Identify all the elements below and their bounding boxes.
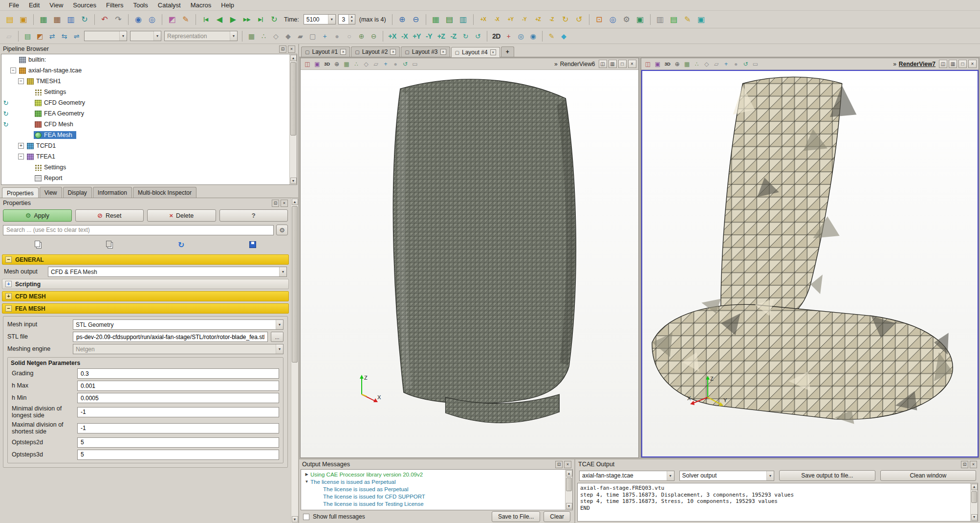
- select-points-frustum-icon[interactable]: ◆: [283, 30, 294, 42]
- select-frustum-icon[interactable]: ◇: [361, 59, 371, 69]
- rescale-to-data-range-icon[interactable]: ⇄: [46, 30, 58, 42]
- layout-tab-layout-2[interactable]: ▢Layout #2×: [351, 46, 400, 57]
- h-max-input[interactable]: [77, 381, 279, 391]
- paste-properties-button[interactable]: [101, 239, 118, 250]
- tab-display[interactable]: Display: [63, 187, 92, 198]
- set-view-plus-x-icon[interactable]: +X: [477, 13, 490, 26]
- spin-buttons[interactable]: ▲▼: [348, 15, 355, 24]
- output-message-row[interactable]: The license is issued for Testing Licens…: [302, 500, 565, 507]
- optsteps3d-input[interactable]: [77, 450, 279, 460]
- menu-tools[interactable]: Tools: [128, 0, 152, 10]
- select-block-icon[interactable]: ▱: [371, 59, 381, 69]
- scroll-up-icon[interactable]: ▲: [292, 199, 298, 205]
- link-camera-icon[interactable]: ◎: [607, 13, 619, 26]
- search-options-gear-icon[interactable]: ⚙: [276, 225, 288, 235]
- select-surface-cells-icon[interactable]: ▦: [342, 59, 351, 69]
- restore-defaults-button[interactable]: ↻: [173, 239, 190, 250]
- render-view-7-label[interactable]: RenderView7: [899, 61, 936, 68]
- pipeline-item[interactable]: Settings: [1, 162, 297, 173]
- edit-color-map-icon[interactable]: ✎: [179, 13, 192, 26]
- export-scene-icon[interactable]: ◫: [303, 59, 312, 69]
- float-panel-icon[interactable]: ⊡: [272, 200, 279, 207]
- zoom-to-minus-z-icon[interactable]: -Z: [448, 30, 459, 42]
- color-palette-icon[interactable]: ◩: [166, 13, 178, 26]
- export-scene-icon[interactable]: ◫: [643, 59, 653, 69]
- layout-tab-layout-4[interactable]: ▢Layout #4×: [451, 47, 500, 57]
- hover-cells-icon[interactable]: ●: [331, 30, 343, 42]
- camera-reset-icon[interactable]: ↺: [741, 59, 751, 69]
- expression-manager-icon[interactable]: ▣: [634, 13, 647, 26]
- section-general[interactable]: − GENERAL: [2, 254, 289, 265]
- scroll-up-icon[interactable]: ▲: [971, 484, 978, 490]
- color-legend-icon[interactable]: ▤: [668, 13, 680, 26]
- select-cells-rectangle-icon[interactable]: ▦: [246, 30, 257, 42]
- close-view-icon[interactable]: ×: [628, 60, 636, 68]
- connect-server-icon[interactable]: ▦: [37, 13, 50, 26]
- tab-information[interactable]: Information: [93, 187, 132, 198]
- pipeline-item[interactable]: Settings: [1, 87, 297, 97]
- toggle-2d-interaction-icon[interactable]: 2D: [491, 30, 502, 42]
- scroll-down-icon[interactable]: ▼: [290, 178, 297, 184]
- save-to-file-button[interactable]: Save to File...: [492, 511, 540, 522]
- set-view-minus-y-icon[interactable]: -Y: [518, 13, 531, 26]
- select-surface-cells-icon[interactable]: ▦: [682, 59, 692, 69]
- set-view-minus-z-icon[interactable]: -Z: [545, 13, 558, 26]
- zoom-box-icon[interactable]: ⊕: [332, 59, 342, 69]
- select-points-rectangle-icon[interactable]: ∴: [258, 30, 269, 42]
- zoom-to-minus-y-icon[interactable]: -Y: [423, 30, 435, 42]
- close-panel-icon[interactable]: ×: [970, 461, 977, 468]
- zoom-to-plus-y-icon[interactable]: +Y: [411, 30, 422, 42]
- apply-button[interactable]: ⚙Apply: [3, 209, 72, 222]
- grading-input[interactable]: [77, 368, 279, 379]
- camera-reset-icon[interactable]: ↺: [400, 59, 410, 69]
- menu-macros[interactable]: Macros: [186, 0, 217, 10]
- rescale-temporal-range-icon[interactable]: ⇌: [71, 30, 82, 42]
- maximize-view-icon[interactable]: □: [618, 60, 627, 68]
- pipeline-scrollbar[interactable]: ▲ ▼: [289, 54, 297, 184]
- output-message-row[interactable]: ▶Using CAE Processor library version 20.…: [302, 471, 565, 478]
- vcr-loop-icon[interactable]: ↻: [268, 13, 281, 26]
- zoom-to-plus-z-icon[interactable]: +Z: [436, 30, 447, 42]
- shrink-selection-icon[interactable]: ⊖: [368, 30, 379, 42]
- render-view-6-label[interactable]: RenderView6: [560, 61, 595, 68]
- zoom-in-icon[interactable]: ⊕: [396, 13, 409, 26]
- close-view-icon[interactable]: ×: [968, 60, 977, 68]
- reset-button[interactable]: ⊘Reset: [75, 209, 144, 222]
- zoom-to-plus-x-icon[interactable]: +X: [387, 30, 398, 42]
- output-type-combo[interactable]: Solver output ▾: [679, 471, 775, 481]
- output-message-row[interactable]: ▼The license is issued as Perpetual: [302, 478, 565, 485]
- delete-button[interactable]: ×Delete: [147, 209, 216, 222]
- close-panel-icon[interactable]: ×: [288, 45, 295, 53]
- section-fea-mesh[interactable]: − FEA MESH: [2, 303, 289, 314]
- toggle-gui-settings-icon[interactable]: ⚙: [620, 13, 633, 26]
- vcr-last-frame-icon[interactable]: ▶|: [254, 13, 267, 26]
- menu-edit[interactable]: Edit: [24, 0, 44, 10]
- disconnect-server-icon[interactable]: ▦: [51, 13, 64, 26]
- section-cfd-mesh[interactable]: + CFD MESH: [2, 291, 289, 301]
- interactive-select-cells-icon[interactable]: +: [319, 30, 330, 42]
- toggle-interaction-mode-3d-icon[interactable]: 3D: [322, 59, 332, 69]
- pipeline-item[interactable]: −TMESH1: [1, 76, 297, 87]
- float-panel-icon[interactable]: ⊡: [555, 461, 563, 468]
- close-tab-icon[interactable]: ×: [490, 49, 496, 55]
- collapsed-arrow-icon[interactable]: ▶: [303, 472, 310, 477]
- tab-view[interactable]: View: [40, 187, 62, 198]
- clean-window-button[interactable]: Clean window: [880, 470, 976, 481]
- scroll-up-icon[interactable]: ▲: [566, 470, 572, 477]
- split-vertical-icon[interactable]: ▥: [609, 60, 617, 68]
- open-file-icon[interactable]: ▤: [3, 13, 16, 26]
- save-defaults-button[interactable]: [244, 239, 261, 250]
- output-message-row[interactable]: The license is issued as Perpetual: [302, 485, 565, 493]
- pipeline-item[interactable]: −axial-fan-stage.tcae: [1, 65, 297, 76]
- close-panel-icon[interactable]: ×: [281, 200, 288, 207]
- new-layout-tab-button[interactable]: +: [501, 46, 514, 57]
- time-value-combo[interactable]: 5100 ▾: [304, 14, 336, 24]
- pick-center-icon[interactable]: ◉: [527, 30, 539, 42]
- scrollbar-thumb[interactable]: [290, 62, 296, 136]
- grow-selection-icon[interactable]: ⊕: [356, 30, 367, 42]
- histogram-view-icon[interactable]: ▥: [457, 13, 470, 26]
- scrollbar-thumb[interactable]: [566, 478, 572, 491]
- scrollbar-thumb[interactable]: [971, 491, 977, 503]
- camera-undo-icon[interactable]: ◉: [132, 13, 145, 26]
- vcr-play-icon[interactable]: ▶: [227, 13, 240, 26]
